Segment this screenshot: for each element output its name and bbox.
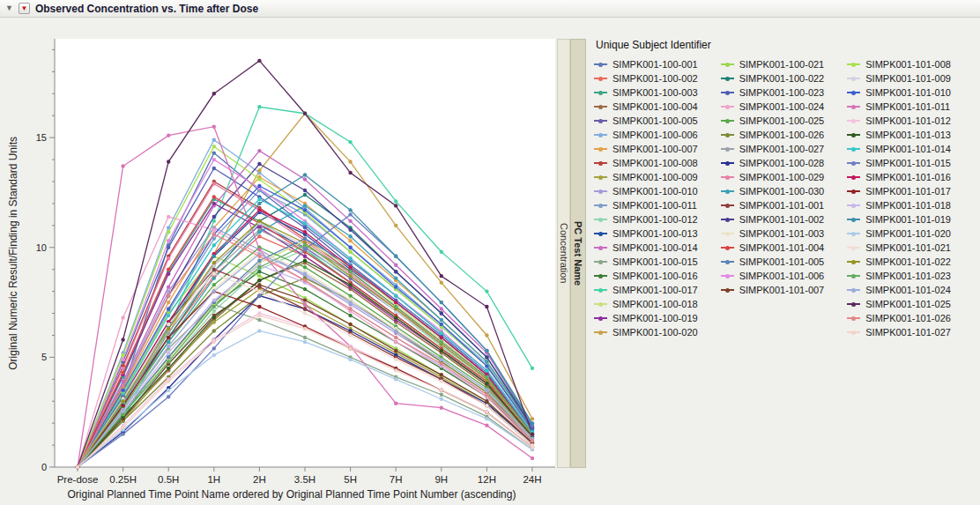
legend-item[interactable]: SIMPK001-101-014 <box>847 142 951 156</box>
series-marker[interactable] <box>303 340 307 344</box>
series-marker[interactable] <box>257 259 261 263</box>
series-marker[interactable] <box>212 305 216 308</box>
legend-item[interactable]: SIMPK001-101-012 <box>847 114 951 128</box>
series-marker[interactable] <box>257 230 261 234</box>
series-marker[interactable] <box>257 197 261 201</box>
series-marker[interactable] <box>212 124 216 128</box>
series-marker[interactable] <box>303 177 307 181</box>
series-marker[interactable] <box>303 327 307 330</box>
series-marker[interactable] <box>167 215 170 219</box>
legend-item[interactable]: SIMPK001-101-019 <box>847 212 951 227</box>
series-marker[interactable] <box>303 255 307 258</box>
legend-item[interactable]: SIMPK001-101-001 <box>721 198 825 212</box>
series-marker[interactable] <box>121 367 124 370</box>
series-marker[interactable] <box>348 171 352 175</box>
series-marker[interactable] <box>394 349 397 353</box>
series-marker[interactable] <box>394 329 397 332</box>
series-marker[interactable] <box>394 293 397 297</box>
series-marker[interactable] <box>167 367 170 370</box>
legend-item[interactable]: SIMPK001-100-024 <box>721 100 825 114</box>
series-marker[interactable] <box>348 283 352 286</box>
legend-item[interactable]: SIMPK001-100-026 <box>721 128 825 142</box>
series-marker[interactable] <box>303 230 307 234</box>
series-marker[interactable] <box>167 256 170 260</box>
series-marker[interactable] <box>348 246 352 249</box>
legend-item[interactable]: SIMPK001-100-020 <box>594 325 698 339</box>
series-marker[interactable] <box>531 445 534 449</box>
legend-item[interactable]: SIMPK001-101-016 <box>847 170 951 184</box>
series-marker[interactable] <box>257 270 261 273</box>
series-marker[interactable] <box>348 160 352 163</box>
series-marker[interactable] <box>303 248 307 251</box>
series-marker[interactable] <box>257 149 261 152</box>
series-marker[interactable] <box>303 226 307 229</box>
series-marker[interactable] <box>121 408 124 412</box>
series-marker[interactable] <box>394 204 397 207</box>
series-marker[interactable] <box>348 234 352 238</box>
series-marker[interactable] <box>394 199 397 203</box>
series-marker[interactable] <box>485 368 488 372</box>
series-marker[interactable] <box>348 239 352 242</box>
series-marker[interactable] <box>394 377 397 381</box>
series-marker[interactable] <box>212 261 216 264</box>
legend-item[interactable]: SIMPK001-101-009 <box>847 71 951 85</box>
legend-item[interactable]: SIMPK001-100-003 <box>594 85 698 100</box>
series-marker[interactable] <box>303 193 307 197</box>
disclosure-triangle-icon[interactable]: ▼ <box>5 4 13 12</box>
series-marker[interactable] <box>348 307 352 310</box>
legend-item[interactable]: SIMPK001-101-011 <box>847 100 951 114</box>
legend-item[interactable]: SIMPK001-101-013 <box>847 128 951 142</box>
legend-item[interactable]: SIMPK001-100-015 <box>594 255 698 269</box>
series-marker[interactable] <box>440 331 443 335</box>
series-marker[interactable] <box>167 293 170 297</box>
legend-item[interactable]: SIMPK001-100-017 <box>594 283 698 297</box>
series-marker[interactable] <box>257 202 261 205</box>
series-marker[interactable] <box>212 219 216 223</box>
legend-item[interactable]: SIMPK001-100-002 <box>594 71 698 85</box>
series-marker[interactable] <box>394 285 397 288</box>
series-marker[interactable] <box>440 362 443 366</box>
series-marker[interactable] <box>485 289 488 293</box>
series-marker[interactable] <box>531 439 534 442</box>
series-marker[interactable] <box>257 314 261 317</box>
series-marker[interactable] <box>348 140 352 144</box>
series-marker[interactable] <box>485 399 488 403</box>
series-marker[interactable] <box>212 243 216 247</box>
series-marker[interactable] <box>121 399 124 403</box>
series-marker[interactable] <box>303 278 307 282</box>
series-marker[interactable] <box>167 285 170 288</box>
series-marker[interactable] <box>440 274 443 278</box>
series-marker[interactable] <box>212 137 216 141</box>
series-marker[interactable] <box>257 248 261 251</box>
series-marker[interactable] <box>348 274 352 278</box>
series-marker[interactable] <box>167 389 170 392</box>
series-marker[interactable] <box>440 373 443 376</box>
series-marker[interactable] <box>485 389 488 392</box>
series-marker[interactable] <box>212 167 216 170</box>
series-marker[interactable] <box>257 283 261 286</box>
legend-item[interactable]: SIMPK001-101-008 <box>847 57 951 71</box>
legend-item[interactable]: SIMPK001-100-007 <box>594 142 698 156</box>
legend-item[interactable]: SIMPK001-100-028 <box>721 156 825 170</box>
series-marker[interactable] <box>212 228 216 232</box>
legend-item[interactable]: SIMPK001-100-013 <box>594 227 698 241</box>
series-marker[interactable] <box>394 255 397 258</box>
series-marker[interactable] <box>303 311 307 315</box>
series-marker[interactable] <box>212 298 216 301</box>
series-marker[interactable] <box>167 301 170 304</box>
series-marker[interactable] <box>440 323 443 326</box>
series-marker[interactable] <box>440 393 443 397</box>
series-marker[interactable] <box>212 283 216 286</box>
series-marker[interactable] <box>257 255 261 258</box>
legend-item[interactable]: SIMPK001-100-022 <box>721 71 825 85</box>
series-marker[interactable] <box>167 327 170 330</box>
legend-item[interactable]: SIMPK001-101-002 <box>721 212 825 227</box>
legend-item[interactable]: SIMPK001-100-023 <box>721 85 825 100</box>
series-marker[interactable] <box>167 160 170 163</box>
series-marker[interactable] <box>485 375 488 379</box>
legend-item[interactable]: SIMPK001-101-017 <box>847 184 951 198</box>
series-marker[interactable] <box>167 380 170 383</box>
series-marker[interactable] <box>440 307 443 310</box>
series-marker[interactable] <box>303 221 307 225</box>
series-marker[interactable] <box>440 406 443 410</box>
